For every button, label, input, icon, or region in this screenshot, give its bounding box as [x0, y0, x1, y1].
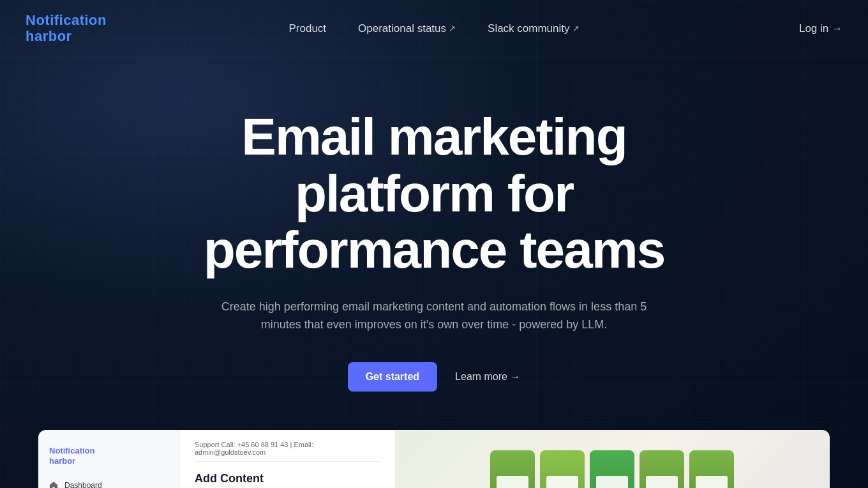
app-main-content: Support Call: +45 60 88 91 43 | Email: a…	[179, 431, 395, 488]
logo[interactable]: Notification harbor	[26, 13, 107, 43]
app-screenshot: Notification harbor Dashboard Emails Aut…	[38, 430, 830, 488]
bottle-5: Green juice	[689, 450, 734, 488]
product-bottles: Green juice Green juice Green juice Gree…	[477, 438, 747, 488]
support-bar: Support Call: +45 60 88 91 43 | Email: a…	[195, 441, 380, 462]
get-started-button[interactable]: Get started	[348, 362, 437, 392]
learn-more-link[interactable]: Learn more →	[455, 371, 520, 383]
nav-product[interactable]: Product	[288, 22, 326, 35]
slack-community-arrow: ↗	[572, 24, 580, 33]
bottle-3: Green juice	[590, 450, 634, 488]
cta-row: Get started Learn more →	[348, 362, 521, 392]
bottle-4: Green juice	[640, 450, 684, 488]
logo-line1: Notification	[26, 13, 107, 28]
login-link[interactable]: Log in →	[799, 22, 842, 35]
logo-line2: harbor	[26, 29, 107, 44]
operational-status-arrow: ↗	[449, 24, 456, 33]
main-nav: Product Operational status ↗ Slack commu…	[288, 22, 579, 35]
hero-subtitle: Create high performing email marketing c…	[217, 298, 651, 335]
bottle-1: Green juice	[490, 450, 535, 488]
hero-section: Email marketing platform for performance…	[0, 57, 868, 430]
section-title: Add Content	[195, 472, 380, 485]
nav-slack-community[interactable]: Slack community ↗	[488, 22, 579, 35]
app-sidebar: Notification harbor Dashboard Emails Aut…	[39, 431, 179, 488]
product-image-area: Green juice Green juice Green juice Gree…	[395, 431, 829, 488]
bottle-2: Green juice	[540, 450, 585, 488]
sidebar-logo-text: Notification harbor	[49, 446, 168, 466]
home-icon	[49, 481, 58, 488]
hero-title: Email marketing platform for performance…	[147, 109, 721, 278]
sidebar-logo: Notification harbor	[39, 441, 179, 476]
nav-operational-status[interactable]: Operational status ↗	[358, 22, 456, 35]
sidebar-item-dashboard[interactable]: Dashboard	[39, 476, 179, 488]
header: Notification harbor Product Operational …	[0, 0, 868, 57]
